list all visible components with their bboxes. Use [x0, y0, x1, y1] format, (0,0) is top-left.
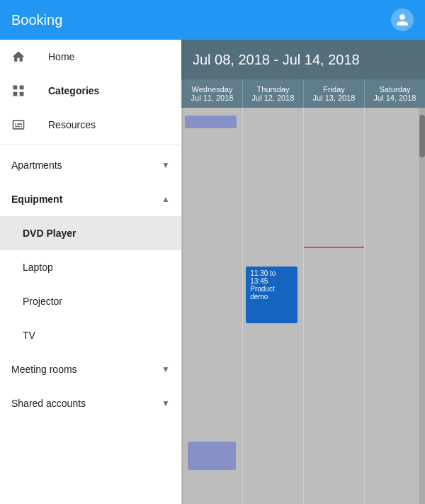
nav-label-categories: Categories — [48, 85, 99, 96]
category-shared-accounts[interactable]: Shared accounts ▼ — [0, 386, 181, 420]
nav-item-categories[interactable]: Categories — [0, 74, 181, 108]
category-label-meeting-rooms: Meeting rooms — [11, 364, 77, 375]
sub-item-label-tv: TV — [23, 330, 35, 341]
day-name-sat: Saturday — [379, 85, 410, 94]
person-icon — [395, 13, 409, 27]
sub-item-laptop[interactable]: Laptop — [0, 250, 181, 284]
sub-item-projector[interactable]: Projector — [0, 284, 181, 318]
resources-icon — [11, 118, 26, 132]
category-meeting-rooms[interactable]: Meeting rooms ▼ — [0, 352, 181, 386]
day-header-wed: Wednesday Jul 11, 2018 — [181, 79, 242, 108]
divider-1 — [0, 145, 181, 145]
day-col-fri[interactable] — [303, 108, 364, 504]
nav-label-home: Home — [48, 51, 74, 62]
home-icon — [11, 50, 26, 64]
chevron-down-icon-shared: ▼ — [162, 398, 170, 408]
chevron-up-icon: ▲ — [162, 194, 170, 204]
day-header-thu: Thursday Jul 12, 2018 — [242, 79, 303, 108]
day-date-wed: Jul 11, 2018 — [191, 94, 234, 102]
scrollbar-track[interactable] — [419, 108, 425, 504]
day-name-fri: Friday — [323, 85, 345, 94]
day-date-sat: Jul 14, 2018 — [374, 94, 416, 102]
sub-item-dvd-player[interactable]: DVD Player — [0, 216, 181, 250]
scrollbar-thumb[interactable] — [419, 115, 425, 157]
category-label-apartments: Apartments — [11, 159, 62, 171]
event-time: 11:30 to 13:45 — [250, 269, 293, 285]
calendar-title: Jul 08, 2018 - Jul 14, 2018 — [193, 52, 360, 68]
sub-item-label-dvd-player: DVD Player — [23, 228, 76, 239]
mini-event-bottom-wed — [188, 442, 237, 470]
day-header-fri: Friday Jul 13, 2018 — [303, 79, 364, 108]
sidebar: Home Categories Resources Apartments ▼ E… — [0, 40, 181, 504]
calendar-header-bar: Jul 08, 2018 - Jul 14, 2018 — [181, 40, 425, 79]
day-col-sat[interactable] — [364, 108, 425, 504]
event-block-thu[interactable]: 11:30 to 13:45 Product demo — [246, 267, 297, 323]
day-date-fri: Jul 13, 2018 — [313, 94, 356, 102]
calendar-area: Jul 08, 2018 - Jul 14, 2018 Wednesday Ju… — [181, 40, 425, 504]
user-avatar[interactable] — [391, 9, 414, 31]
day-col-thu[interactable]: 11:30 to 13:45 Product demo — [242, 108, 303, 504]
sub-item-label-laptop: Laptop — [23, 262, 53, 273]
sub-item-label-projector: Projector — [23, 296, 62, 307]
category-label-equipment: Equipment — [11, 194, 62, 205]
day-date-thu: Jul 12, 2018 — [252, 94, 295, 102]
category-label-shared-accounts: Shared accounts — [11, 398, 86, 409]
nav-item-home[interactable]: Home — [0, 40, 181, 74]
app-header: Booking — [0, 0, 425, 40]
nav-label-resources: Resources — [48, 119, 96, 130]
event-title: Product demo — [250, 285, 293, 301]
current-time-line — [304, 247, 364, 248]
category-equipment[interactable]: Equipment ▲ — [0, 182, 181, 216]
day-name-wed: Wednesday — [192, 85, 233, 94]
grid-icon — [11, 84, 26, 98]
calendar-body: 11:30 to 13:45 Product demo — [181, 108, 425, 504]
chevron-down-icon: ▼ — [162, 160, 170, 170]
category-apartments[interactable]: Apartments ▼ — [0, 148, 181, 182]
day-name-thu: Thursday — [257, 85, 290, 94]
nav-item-resources[interactable]: Resources — [0, 108, 181, 142]
app-title: Booking — [11, 12, 391, 28]
event-block-wed-top[interactable] — [185, 116, 236, 128]
main-layout: Home Categories Resources Apartments ▼ E… — [0, 40, 425, 504]
event-block-wed-bottom[interactable] — [181, 442, 242, 484]
chevron-down-icon-meeting: ▼ — [162, 364, 170, 374]
calendar-days-header: Wednesday Jul 11, 2018 Thursday Jul 12, … — [181, 79, 425, 108]
day-header-sat: Saturday Jul 14, 2018 — [364, 79, 425, 108]
sub-item-tv[interactable]: TV — [0, 318, 181, 352]
